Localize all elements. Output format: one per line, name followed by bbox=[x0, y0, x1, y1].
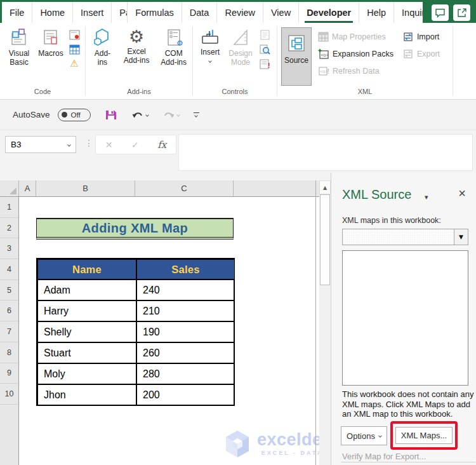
cancel-icon[interactable]: ✕ bbox=[105, 140, 113, 150]
table-cell-name[interactable]: Jhon bbox=[37, 384, 136, 405]
tab-data[interactable]: Data bbox=[182, 2, 217, 23]
customize-qat-button[interactable] bbox=[194, 112, 199, 117]
tab-formulas[interactable]: Formulas bbox=[127, 2, 181, 23]
insert-function-icon[interactable]: fx bbox=[157, 139, 166, 151]
com-addins-label: COM Add-ins bbox=[156, 50, 191, 67]
table-cell-name[interactable]: Harry bbox=[37, 300, 136, 321]
row-header-4[interactable]: 4 bbox=[0, 259, 18, 280]
data-table: Name Sales Adam 240 Harry 210 Shelly 190… bbox=[36, 258, 235, 406]
tab-review[interactable]: Review bbox=[216, 2, 263, 23]
column-header-c[interactable]: C bbox=[135, 180, 234, 196]
table-cell-sales[interactable]: 240 bbox=[136, 280, 235, 300]
view-code-icon[interactable] bbox=[260, 44, 270, 55]
record-macro-icon[interactable] bbox=[69, 30, 80, 40]
design-mode-button[interactable]: Design Mode bbox=[225, 26, 256, 67]
row-header-3[interactable]: 3 bbox=[0, 238, 18, 259]
insert-control-button[interactable]: Insert bbox=[195, 26, 225, 62]
tab-view[interactable]: View bbox=[263, 2, 298, 23]
map-properties-button[interactable]: Map Properties bbox=[318, 30, 393, 43]
tab-page-layout[interactable]: Page Layout bbox=[111, 2, 127, 23]
svg-text:!: ! bbox=[268, 62, 270, 69]
visual-basic-button[interactable]: Visual Basic bbox=[3, 26, 36, 67]
redo-dropdown-icon[interactable] bbox=[176, 113, 180, 117]
scrollbar-thumb[interactable] bbox=[320, 194, 330, 285]
table-cell-name[interactable]: Stuart bbox=[37, 342, 136, 363]
share-icon bbox=[456, 8, 467, 18]
table-header-sales[interactable]: Sales bbox=[136, 259, 235, 280]
visual-basic-label: Visual Basic bbox=[3, 50, 36, 67]
excel-addins-button[interactable]: ⚙ Excel Add-ins bbox=[119, 26, 154, 65]
refresh-data-button[interactable]: <o> ! Refresh Data bbox=[318, 65, 393, 77]
addins-button[interactable]: Add-ins bbox=[88, 26, 117, 67]
row-header-8[interactable]: 8 bbox=[0, 342, 18, 363]
quick-access-toolbar: AutoSave Off bbox=[0, 100, 476, 130]
select-all-corner[interactable] bbox=[0, 180, 19, 196]
empty-maps-message: This workbook does not contain any XML m… bbox=[342, 389, 476, 419]
export-button[interactable]: Export bbox=[402, 48, 440, 60]
save-button[interactable] bbox=[105, 109, 117, 121]
undo-dropdown-icon[interactable] bbox=[145, 113, 149, 117]
import-button[interactable]: Import bbox=[402, 30, 440, 43]
com-addins-button[interactable]: ⚙ COM Add-ins bbox=[156, 26, 191, 67]
xml-maps-listbox[interactable] bbox=[342, 250, 468, 386]
tab-file[interactable]: File bbox=[2, 2, 32, 23]
run-dialog-icon[interactable]: ! bbox=[260, 59, 270, 69]
xml-maps-combobox[interactable]: ▼ bbox=[342, 229, 468, 245]
pane-title-dropdown-icon[interactable]: ▾ bbox=[425, 193, 428, 201]
redo-button[interactable] bbox=[162, 110, 180, 120]
name-box-dropdown-icon[interactable] bbox=[67, 143, 71, 147]
pane-close-icon[interactable]: × bbox=[458, 187, 466, 199]
macros-button[interactable]: Macros bbox=[36, 26, 66, 58]
table-cell-sales[interactable]: 210 bbox=[136, 300, 235, 321]
table-header-name[interactable]: Name bbox=[37, 259, 136, 280]
vertical-scrollbar[interactable]: ▲ bbox=[319, 180, 331, 465]
excel-window: File Home Insert Page Layout Formulas Da… bbox=[0, 0, 476, 465]
row-header-6[interactable]: 6 bbox=[0, 300, 18, 321]
select-all-icon bbox=[10, 187, 17, 194]
table-cell-sales[interactable]: 280 bbox=[136, 363, 235, 384]
import-label: Import bbox=[417, 32, 439, 41]
table-cell-name[interactable]: Shelly bbox=[37, 321, 136, 342]
group-label-xml: XML bbox=[277, 87, 453, 99]
column-header-blank[interactable] bbox=[234, 180, 319, 196]
table-cell-name[interactable]: Moly bbox=[37, 363, 136, 384]
worksheet-title-cell[interactable]: Adding XML Map bbox=[36, 218, 234, 239]
pane-separator bbox=[341, 462, 475, 462]
comments-button[interactable] bbox=[432, 4, 449, 21]
row-header-2[interactable]: 2 bbox=[0, 218, 18, 239]
table-cell-name[interactable]: Adam bbox=[37, 280, 136, 300]
options-button[interactable]: Options bbox=[341, 426, 387, 445]
autosave-toggle[interactable]: Off bbox=[58, 109, 91, 121]
expansion-packs-button[interactable]: <o> Expansion Packs bbox=[318, 48, 393, 60]
tab-help[interactable]: Help bbox=[359, 2, 393, 23]
row-header-1[interactable]: 1 bbox=[0, 197, 18, 218]
combobox-dropdown-button[interactable]: ▼ bbox=[454, 229, 468, 245]
row-header-10[interactable]: 10 bbox=[0, 384, 18, 405]
control-properties-icon[interactable] bbox=[260, 30, 270, 40]
scroll-up-button[interactable]: ▲ bbox=[319, 180, 331, 194]
tab-developer[interactable]: Developer bbox=[298, 2, 359, 23]
share-button[interactable] bbox=[453, 4, 470, 21]
source-button[interactable]: Source bbox=[281, 27, 312, 86]
column-header-b[interactable]: B bbox=[36, 180, 135, 196]
table-cell-sales[interactable]: 260 bbox=[136, 342, 235, 363]
enter-icon[interactable]: ✓ bbox=[131, 140, 139, 150]
row-header-5[interactable]: 5 bbox=[0, 280, 18, 301]
row-header-7[interactable]: 7 bbox=[0, 321, 18, 342]
svg-text:!: ! bbox=[327, 68, 329, 75]
table-cell-sales[interactable]: 190 bbox=[136, 321, 235, 342]
tab-home[interactable]: Home bbox=[32, 2, 72, 23]
relative-references-icon[interactable] bbox=[69, 44, 80, 55]
verify-map-link[interactable]: Verify Map for Export... bbox=[342, 452, 426, 461]
formula-input[interactable] bbox=[178, 134, 473, 171]
redo-icon bbox=[162, 110, 175, 120]
insert-dropdown-icon[interactable] bbox=[208, 59, 212, 63]
macro-security-icon[interactable]: ⚠ bbox=[70, 59, 78, 69]
row-header-9[interactable]: 9 bbox=[0, 363, 18, 384]
undo-button[interactable] bbox=[131, 110, 149, 120]
name-box[interactable]: B3 bbox=[5, 136, 76, 153]
table-cell-sales[interactable]: 200 bbox=[136, 384, 235, 405]
xml-maps-button[interactable]: XML Maps... bbox=[395, 427, 453, 444]
column-header-a[interactable]: A bbox=[19, 180, 36, 196]
tab-insert[interactable]: Insert bbox=[72, 2, 111, 23]
